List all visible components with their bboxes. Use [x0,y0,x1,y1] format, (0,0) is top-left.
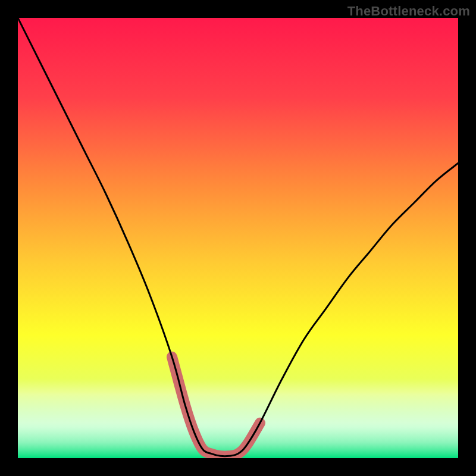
chart-plot-area [18,18,458,458]
bottleneck-curve-chart [18,18,458,458]
bottom-pale-band [18,379,458,458]
watermark-text: TheBottleneck.com [347,4,470,19]
